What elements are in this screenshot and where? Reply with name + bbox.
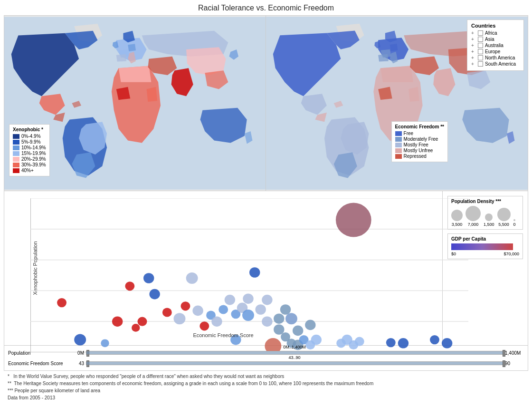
population-slider-handle-right[interactable] (503, 350, 505, 357)
legend-checkbox-north-america[interactable] (478, 55, 483, 60)
econ-swatch-mod-free (395, 137, 402, 142)
legend-label-australia: Australia (485, 43, 504, 48)
econ-item-mod-free: Moderately Free (395, 136, 444, 142)
scatter-dot-28[interactable] (262, 295, 272, 305)
population-slider-row: Population 0M 0M..1,400M 1,400M (8, 348, 524, 358)
scatter-dot-44[interactable] (355, 337, 364, 346)
xeno-item-1: 5%-9.9% (13, 139, 46, 145)
xenophobic-legend: Xenophobic * 0%-4.9% 5%-9.9% 10%-14.9% 1… (9, 124, 50, 176)
population-slider-value: 0M..1,400M (283, 345, 306, 349)
legend-label-south-america: South America (485, 61, 516, 67)
econ-label-mostly-unfree: Mostly Unfree (404, 148, 433, 153)
scatter-dot-5[interactable] (125, 281, 134, 291)
xeno-label-0: 0%-4.9% (21, 134, 41, 139)
econ-item-mostly-unfree: Mostly Unfree (395, 148, 444, 153)
scatter-dot-2[interactable] (74, 334, 86, 346)
footnotes: * In the World Value Survey, people who … (4, 371, 528, 403)
scatter-dot-35[interactable] (293, 326, 303, 336)
econ-slider-track[interactable]: 43..90 (86, 361, 503, 365)
population-slider-label: Population (8, 350, 70, 356)
scatter-dot-1[interactable] (57, 298, 66, 307)
legend-item-north-america: + North America (471, 55, 520, 60)
scatter-dot-17[interactable] (211, 316, 222, 327)
scatter-dot-40[interactable] (311, 335, 322, 345)
footnote-3: *** People per square kilometer of land … (8, 387, 524, 394)
legend-plus-north-america: + (471, 55, 476, 60)
legend-checkbox-africa[interactable] (478, 30, 483, 36)
gdp-max-label: $70,000 (504, 252, 519, 256)
econ-slider-row: Economic Freedom Score 43 43..90 90 (8, 358, 524, 368)
population-min: 0M (70, 350, 84, 356)
scatter-dot-46[interactable] (398, 338, 408, 349)
xeno-label-4: 20%-29.9% (21, 156, 46, 162)
xeno-label-2: 10%-14.9% (21, 145, 46, 150)
econ-label-free: Free (404, 131, 414, 136)
scatter-dot-4[interactable] (112, 316, 123, 327)
scatter-dot-15[interactable] (200, 321, 209, 330)
scatter-dot-33[interactable] (285, 313, 297, 324)
countries-legend: Countries + Africa + Asia + Australia (467, 19, 524, 71)
econ-label-mostly-free: Mostly Free (404, 142, 428, 147)
econ-slider-handle-right[interactable] (503, 360, 505, 367)
scatter-dot-14[interactable] (192, 306, 203, 316)
xeno-swatch-2 (13, 145, 19, 150)
scatter-dot-45[interactable] (386, 338, 396, 347)
population-slider-range (86, 351, 503, 354)
scatter-dot-7[interactable] (138, 317, 147, 326)
legend-item-europe: + Europe (471, 49, 520, 54)
legend-item-africa: + Africa (471, 30, 520, 36)
legend-checkbox-south-america[interactable] (478, 61, 483, 67)
legend-label-north-america: North America (485, 55, 515, 60)
scatter-dot-32[interactable] (280, 304, 291, 315)
xeno-label-5: 30%-39.9% (21, 162, 46, 167)
xeno-swatch-3 (13, 151, 19, 156)
scatter-dot-19[interactable] (225, 295, 235, 305)
legend-plus-asia: + (471, 37, 476, 42)
xeno-swatch-6 (13, 168, 19, 173)
xeno-swatch-1 (13, 140, 19, 145)
econ-label-mod-free: Moderately Free (404, 136, 438, 142)
scatter-dot-27[interactable] (262, 316, 272, 327)
scatter-dot-24[interactable] (242, 310, 254, 321)
scatter-dot-8[interactable] (143, 273, 154, 283)
sliders-section: Population 0M 0M..1,400M 1,400M Economic… (4, 346, 528, 371)
xeno-label-3: 15%-19.9% (21, 151, 46, 156)
legend-checkbox-asia[interactable] (478, 37, 483, 42)
scatter-dot-26[interactable] (255, 304, 266, 315)
scatter-dot-13[interactable] (186, 272, 198, 284)
econ-item-mostly-free: Mostly Free (395, 142, 444, 147)
chart-title: Racial Tolerance vs. Economic Freedom (4, 4, 528, 12)
econ-slider-value: 43..90 (288, 355, 300, 360)
econ-swatch-free (395, 131, 402, 136)
xeno-item-2: 10%-14.9% (13, 145, 46, 150)
legend-checkbox-australia[interactable] (478, 43, 483, 48)
scatter-dot-9[interactable] (149, 289, 160, 300)
scatter-dot-10[interactable] (162, 308, 172, 317)
econ-min: 43 (70, 361, 84, 366)
scatter-dot-29[interactable] (274, 324, 284, 335)
scatter-dot-india[interactable] (336, 203, 371, 237)
econ-item-repressed: Repressed (395, 154, 444, 159)
scatter-dot-11[interactable] (174, 313, 186, 324)
scatter-dot-48[interactable] (442, 338, 452, 349)
scatter-dot-25[interactable] (249, 267, 260, 278)
scatter-dot-38[interactable] (305, 320, 315, 330)
xeno-label-6: 40%+ (21, 168, 34, 173)
legend-checkbox-europe[interactable] (478, 49, 483, 54)
scatter-dot-3[interactable] (101, 339, 109, 347)
legend-label-africa: Africa (485, 30, 497, 36)
econ-legend-title: Economic Freedom ** (395, 124, 444, 129)
scatter-dot-12[interactable] (180, 301, 190, 310)
scatter-dot-23[interactable] (243, 293, 253, 304)
footnote-4: Data from 2005 - 2013 (8, 394, 524, 401)
population-slider-track[interactable]: 0M..1,400M (86, 351, 503, 355)
scatter-dot-30[interactable] (274, 313, 284, 324)
econ-swatch-mostly-unfree (395, 148, 402, 153)
scatter-dot-47[interactable] (430, 335, 439, 344)
econ-slider-label: Economic Freedom Score (8, 361, 70, 366)
scatter-dot-18[interactable] (218, 305, 228, 314)
legend-label-asia: Asia (485, 37, 494, 42)
xeno-swatch-0 (13, 134, 19, 139)
main-container: Racial Tolerance vs. Economic Freedom (0, 0, 532, 407)
scatter-dot-6[interactable] (132, 324, 140, 332)
